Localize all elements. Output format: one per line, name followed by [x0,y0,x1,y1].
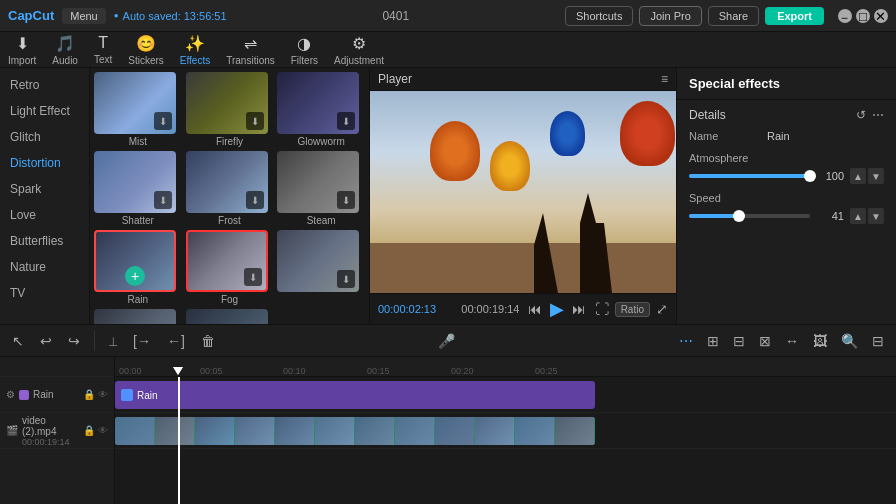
sidebar-item-butterflies[interactable]: Butterflies [0,228,89,254]
import-label: Import [8,55,36,66]
toolbar-audio[interactable]: 🎵 Audio [52,34,78,66]
tl-ctrl-6[interactable]: ⊟ [868,331,888,351]
shortcuts-button[interactable]: Shortcuts [565,6,633,26]
eye-icon-2[interactable]: 👁 [98,425,108,436]
toolbar-transitions[interactable]: ⇌ Transitions [226,34,275,66]
screenshot-icon[interactable]: ⛶ [595,301,609,317]
import-icon: ⬇ [16,34,29,53]
player-controls: 00:00:02:13 00:00:19:14 ⏮ ▶ ⏭ ⛶ Ratio ⤢ [370,293,676,324]
sidebar-item-glitch[interactable]: Glitch [0,124,89,150]
atmosphere-thumb[interactable] [804,170,816,182]
playhead-line [178,377,180,504]
share-button[interactable]: Share [708,6,759,26]
sidebar-item-tv[interactable]: TV [0,280,89,306]
effects-panel: ⬇ Mist ⬇ Firefly ⬇ Glowworm ⬇ [90,68,370,324]
download-icon[interactable]: ⬇ [246,191,264,209]
auto-save-status: Auto saved: 13:56:51 [114,10,227,22]
download-icon[interactable]: ⬇ [337,112,355,130]
export-button[interactable]: Export [765,7,824,25]
download-icon[interactable]: ⬇ [337,270,355,288]
reset-icon[interactable]: ↺ [856,108,866,122]
effect-item-rain[interactable]: + Add to track Rain [94,230,182,305]
redo-button[interactable]: ↪ [64,331,84,351]
zoom-in-button[interactable]: 🔍 [837,331,862,351]
atmosphere-slider[interactable] [689,174,810,178]
toolbar-filters[interactable]: ◑ Filters [291,34,318,66]
effect-item-r3b[interactable]: ⬇ [94,309,182,324]
player-menu-icon[interactable]: ≡ [661,72,668,86]
tl-ctrl-5[interactable]: 🖼 [809,331,831,351]
sidebar-item-nature[interactable]: Nature [0,254,89,280]
effect-item-glowworm[interactable]: ⬇ Glowworm [277,72,365,147]
tl-ctrl-4[interactable]: ↔ [781,331,803,351]
effect-item-firefly[interactable]: ⬇ Firefly [186,72,274,147]
menu-button[interactable]: Menu [62,8,106,24]
sidebar-item-spark[interactable]: Spark [0,176,89,202]
effect-item-steam[interactable]: ⬇ Steam [277,151,365,226]
tl-ctrl-1[interactable]: ⊞ [703,331,723,351]
download-icon[interactable]: ⬇ [246,112,264,130]
minimize-button[interactable]: － [838,9,852,23]
forward-button[interactable]: ⏭ [572,301,586,317]
effect-label-frost: Frost [186,215,274,226]
download-icon[interactable]: ⬇ [154,112,172,130]
speed-down-button[interactable]: ▼ [868,208,884,224]
split-button[interactable]: ⟂ [105,331,121,351]
speed-thumb[interactable] [733,210,745,222]
toolbar-adjustment[interactable]: ⚙ Adjustment [334,34,384,66]
effect-item-frost[interactable]: ⬇ Frost [186,151,274,226]
toolbar-import[interactable]: ⬇ Import [8,34,36,66]
lock-icon-2[interactable]: 🔒 [83,425,95,436]
download-icon[interactable]: ⬇ [337,191,355,209]
mark-3: 00:15 [367,366,390,376]
download-icon[interactable]: ⬇ [154,191,172,209]
download-icon[interactable]: ⬇ [244,268,262,286]
trim-left-button[interactable]: [→ [129,331,155,351]
atmosphere-down-button[interactable]: ▼ [868,168,884,184]
magnet-button[interactable]: ⋯ [675,331,697,351]
atmosphere-value: 100 [816,170,844,182]
more-icon[interactable]: ⋯ [872,108,884,122]
video-clip[interactable] [115,417,595,445]
atmosphere-up-button[interactable]: ▲ [850,168,866,184]
rewind-button[interactable]: ⏮ [528,301,542,317]
fullscreen-icon[interactable]: ⤢ [656,301,668,317]
thumb-3 [195,417,235,445]
effect-item-shatter[interactable]: ⬇ Shatter [94,151,182,226]
add-to-track-button[interactable]: + [125,266,145,286]
toolbar-stickers[interactable]: 😊 Stickers [128,34,164,66]
effect-item-r3c[interactable]: ⬇ [186,309,274,324]
effect-clip[interactable]: Rain [115,381,595,409]
trim-right-button[interactable]: ←] [163,331,189,351]
close-button[interactable]: ✕ [874,9,888,23]
effect-item-mist[interactable]: ⬇ Mist [94,72,182,147]
maximize-button[interactable]: □ [856,9,870,23]
sidebar-item-love[interactable]: Love [0,202,89,228]
sidebar-item-distortion[interactable]: Distortion [0,150,89,176]
audio-icon: 🎵 [55,34,75,53]
tl-ctrl-2[interactable]: ⊟ [729,331,749,351]
transitions-label: Transitions [226,55,275,66]
undo-button[interactable]: ↩ [36,331,56,351]
speed-stepper: ▲ ▼ [850,208,884,224]
eye-icon[interactable]: 👁 [98,389,108,400]
speed-slider[interactable] [689,214,810,218]
tl-ctrl-3[interactable]: ⊠ [755,331,775,351]
video-track-duration: 00:00:19:14 [22,437,79,447]
mark-0: 00:00 [119,366,142,376]
delete-button[interactable]: 🗑 [197,331,219,351]
balloon-3 [550,111,585,156]
toolbar-text[interactable]: T Text [94,34,112,65]
ratio-button[interactable]: Ratio [615,302,650,317]
lock-icon[interactable]: 🔒 [83,389,95,400]
sidebar-item-light-effect[interactable]: Light Effect [0,98,89,124]
speed-up-button[interactable]: ▲ [850,208,866,224]
effect-item-fog[interactable]: ⬇ Fog [186,230,274,305]
select-tool-button[interactable]: ↖ [8,331,28,351]
sidebar-item-retro[interactable]: Retro [0,72,89,98]
play-button[interactable]: ▶ [550,298,564,320]
player-header: Player ≡ [370,68,676,91]
effect-item-r3a[interactable]: ⬇ [277,230,365,305]
join-pro-button[interactable]: Join Pro [639,6,701,26]
toolbar-effects[interactable]: ✨ Effects [180,34,210,66]
